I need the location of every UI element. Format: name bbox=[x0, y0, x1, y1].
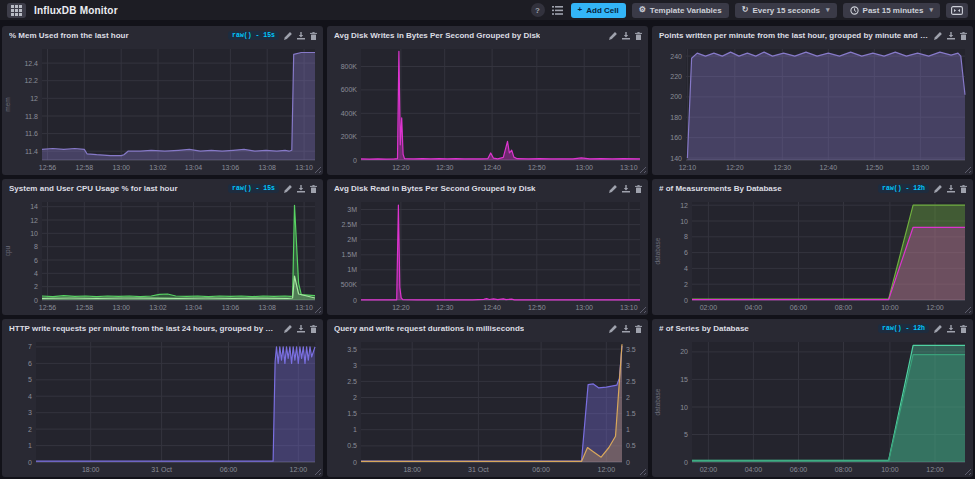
edit-cell-icon[interactable] bbox=[934, 185, 942, 193]
edit-cell-icon[interactable] bbox=[609, 185, 617, 193]
delete-cell-icon[interactable] bbox=[960, 325, 967, 333]
svg-text:8: 8 bbox=[684, 233, 688, 240]
svg-text:06:00: 06:00 bbox=[532, 466, 550, 473]
delete-cell-icon[interactable] bbox=[635, 32, 642, 40]
delete-cell-icon[interactable] bbox=[310, 185, 317, 193]
svg-text:11.8: 11.8 bbox=[25, 113, 38, 120]
add-cell-button[interactable]: + Add Cell bbox=[571, 3, 626, 18]
svg-text:06:00: 06:00 bbox=[790, 466, 808, 473]
download-cell-icon[interactable] bbox=[297, 32, 305, 40]
svg-text:2.5M: 2.5M bbox=[341, 221, 357, 228]
svg-text:08:00: 08:00 bbox=[835, 304, 853, 311]
svg-text:4: 4 bbox=[34, 270, 38, 277]
query-interval-badge[interactable]: raw() - 12h bbox=[878, 184, 929, 193]
cell-title: Avg Disk Read in Bytes Per Second Groupe… bbox=[334, 184, 536, 193]
edit-cell-icon[interactable] bbox=[609, 325, 617, 333]
download-cell-icon[interactable] bbox=[622, 32, 630, 40]
time-range-dropdown[interactable]: Past 15 minutes ▾ bbox=[843, 3, 940, 18]
svg-text:3: 3 bbox=[28, 409, 32, 416]
cell-header[interactable]: Avg Disk Read in Bytes Per Second Groupe… bbox=[327, 179, 648, 197]
svg-text:3.5: 3.5 bbox=[347, 346, 357, 353]
cell-title: HTTP write requests per minute from the … bbox=[9, 324, 278, 333]
delete-cell-icon[interactable] bbox=[310, 32, 317, 40]
download-cell-icon[interactable] bbox=[297, 325, 305, 333]
svg-text:12:30: 12:30 bbox=[436, 164, 454, 171]
svg-text:13:06: 13:06 bbox=[222, 164, 240, 171]
svg-text:0: 0 bbox=[353, 157, 357, 164]
svg-text:13:00: 13:00 bbox=[575, 164, 593, 171]
download-cell-icon[interactable] bbox=[947, 185, 955, 193]
time-range-label: Past 15 minutes bbox=[863, 6, 924, 15]
download-cell-icon[interactable] bbox=[297, 185, 305, 193]
chart-area: 18:0031 Oct06:0012:00000.50.5111.51.5222… bbox=[327, 337, 648, 477]
cell-header[interactable]: # of Measurements By Database raw() - 12… bbox=[652, 179, 973, 197]
edit-cell-icon[interactable] bbox=[934, 32, 942, 40]
cell-title: System and User CPU Usage % for last hou… bbox=[9, 184, 178, 193]
cell-title: # of Series by Database bbox=[659, 324, 749, 333]
edit-cell-icon[interactable] bbox=[284, 32, 292, 40]
chevron-down-icon: ▾ bbox=[929, 6, 933, 14]
cell-header[interactable]: System and User CPU Usage % for last hou… bbox=[2, 179, 323, 197]
dashboard-cell: % Mem Used from the last hour raw() - 15… bbox=[2, 26, 323, 175]
cell-header[interactable]: HTTP write requests per minute from the … bbox=[2, 319, 323, 337]
dashboard-cell: Query and write request durations in mil… bbox=[327, 319, 648, 477]
svg-text:12: 12 bbox=[680, 202, 688, 209]
svg-text:1: 1 bbox=[28, 442, 32, 449]
svg-text:10:00: 10:00 bbox=[881, 466, 899, 473]
query-interval-badge[interactable]: raw() - 15s bbox=[228, 31, 279, 40]
template-variables-button[interactable]: ⚙ Template Variables bbox=[632, 3, 729, 18]
svg-text:4: 4 bbox=[684, 265, 688, 272]
cell-header[interactable]: Points written per minute from the last … bbox=[652, 26, 973, 44]
delete-cell-icon[interactable] bbox=[635, 185, 642, 193]
edit-cell-icon[interactable] bbox=[934, 325, 942, 333]
list-icon[interactable] bbox=[551, 3, 565, 17]
query-interval-badge[interactable]: raw() - 15s bbox=[228, 184, 279, 193]
help-icon[interactable]: ? bbox=[531, 3, 545, 17]
chart-area: 12:2012:3012:4012:5013:0013:100500K1M1.5… bbox=[327, 197, 648, 315]
svg-text:3: 3 bbox=[353, 362, 357, 369]
svg-text:13:00: 13:00 bbox=[912, 164, 930, 171]
download-cell-icon[interactable] bbox=[947, 32, 955, 40]
edit-cell-icon[interactable] bbox=[284, 325, 292, 333]
refresh-interval-label: Every 15 seconds bbox=[752, 6, 820, 15]
edit-cell-icon[interactable] bbox=[609, 32, 617, 40]
delete-cell-icon[interactable] bbox=[960, 185, 967, 193]
svg-text:31 Oct: 31 Oct bbox=[151, 466, 172, 473]
svg-text:13:08: 13:08 bbox=[258, 164, 276, 171]
query-interval-badge[interactable]: raw() - 12h bbox=[878, 324, 929, 333]
svg-text:2M: 2M bbox=[347, 236, 357, 243]
dashboard-cell: Avg Disk Writes in Bytes Per Second Grou… bbox=[327, 26, 648, 175]
dashboard-cell: # of Measurements By Database raw() - 12… bbox=[652, 179, 973, 315]
delete-cell-icon[interactable] bbox=[635, 325, 642, 333]
cell-header[interactable]: # of Series by Database raw() - 12h bbox=[652, 319, 973, 337]
svg-text:12.4: 12.4 bbox=[24, 60, 38, 67]
svg-text:18:00: 18:00 bbox=[82, 466, 100, 473]
svg-text:500K: 500K bbox=[341, 281, 358, 288]
edit-cell-icon[interactable] bbox=[284, 185, 292, 193]
cell-header[interactable]: Query and write request durations in mil… bbox=[327, 319, 648, 337]
cell-header[interactable]: % Mem Used from the last hour raw() - 15… bbox=[2, 26, 323, 44]
svg-text:13:04: 13:04 bbox=[185, 164, 203, 171]
svg-text:220: 220 bbox=[670, 73, 682, 80]
presentation-mode-button[interactable] bbox=[946, 3, 968, 18]
svg-text:5: 5 bbox=[28, 376, 32, 383]
cell-header[interactable]: Avg Disk Writes in Bytes Per Second Grou… bbox=[327, 26, 648, 44]
chart-area: 12:1012:2012:3012:4012:5013:001401601802… bbox=[652, 44, 973, 175]
svg-text:1.5: 1.5 bbox=[626, 410, 636, 417]
download-cell-icon[interactable] bbox=[947, 325, 955, 333]
svg-text:0: 0 bbox=[28, 459, 32, 466]
delete-cell-icon[interactable] bbox=[310, 325, 317, 333]
svg-text:800K: 800K bbox=[341, 63, 358, 70]
svg-text:12:00: 12:00 bbox=[290, 466, 308, 473]
download-cell-icon[interactable] bbox=[622, 185, 630, 193]
chevron-down-icon: ▾ bbox=[826, 6, 830, 14]
refresh-interval-dropdown[interactable]: ↻ Every 15 seconds ▾ bbox=[735, 3, 837, 18]
delete-cell-icon[interactable] bbox=[960, 32, 967, 40]
svg-text:12:00: 12:00 bbox=[598, 466, 616, 473]
dashboards-grid-icon[interactable] bbox=[7, 3, 26, 18]
download-cell-icon[interactable] bbox=[622, 325, 630, 333]
chart-area: 18:0031 Oct06:0012:0001234567 bbox=[2, 337, 323, 477]
svg-text:12:00: 12:00 bbox=[926, 304, 944, 311]
svg-text:12: 12 bbox=[30, 217, 38, 224]
cell-title: % Mem Used from the last hour bbox=[9, 31, 129, 40]
